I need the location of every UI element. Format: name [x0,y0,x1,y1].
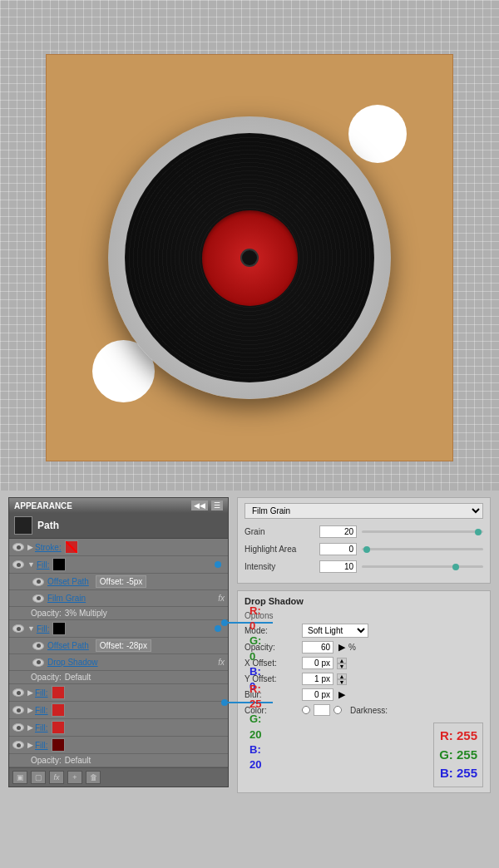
canvas-area [0,0,499,491]
grain-slider[interactable] [362,528,483,536]
drop-shadow-label[interactable]: Drop Shadow [47,658,98,667]
connector-line-2 [225,702,273,703]
fill4-label[interactable]: Fill: [35,706,48,715]
toolbar-new-layer-btn[interactable]: ▣ [12,771,27,784]
eye-icon-stroke[interactable] [12,543,24,551]
stroke-arrow-icon: ▶ [27,543,33,551]
rgb-float-2: R: 25 G: 20 B: 20 [250,682,261,772]
panel-titlebar: APPEARANCE ◀◀ ☰ [9,498,228,513]
eye-icon-offset1[interactable] [32,578,44,586]
ds-opacity-arrow[interactable]: ▶ [338,642,345,653]
fill6-label[interactable]: Fill: [35,741,48,750]
highlight-slider-track [362,548,483,550]
panel-menu-btn[interactable]: ☰ [211,501,223,510]
film-grain-dropdown[interactable]: Film Grain [245,503,483,519]
fill5-label[interactable]: Fill: [35,723,48,732]
offset-path-row-1: Offset Path Offset: -5px [9,574,228,590]
stroke-row: ▶ Stroke: [9,539,228,556]
ds-y-input[interactable] [302,673,333,685]
ds-y-up-btn[interactable]: ▲ [337,673,347,679]
ds-darkness-radio[interactable] [333,706,342,714]
grain-value-input[interactable] [319,525,357,538]
eye-icon-offset2[interactable] [32,642,44,650]
vinyl-center-hole [242,250,257,265]
drop-shadow-options-label: Options [245,611,483,620]
opacity-value-2: Default [65,673,91,682]
ds-g-value: G: 255 [439,746,477,765]
ds-blur-arrow[interactable]: ▶ [338,689,345,700]
ds-mode-select[interactable]: Soft Light [302,624,368,638]
opacity-label-3: Opacity: [31,756,62,765]
toolbar-trash-btn[interactable]: 🗑 [86,771,101,784]
fill-row-5: ▶ Fill: [9,719,228,737]
fill4-arrow-icon: ▶ [27,706,33,714]
fill5-swatch[interactable] [52,721,65,734]
highlight-slider[interactable] [362,545,483,554]
bottom-panels: APPEARANCE ◀◀ ☰ Path ▶ Stroke: [0,491,499,868]
eye-icon-fill1[interactable] [12,560,24,569]
stroke-swatch[interactable] [65,540,78,554]
panel-collapse-btn[interactable]: ◀◀ [191,501,208,510]
eye-icon-fill3[interactable] [12,688,24,697]
drop-shadow-row: Drop Shadow fx [9,654,228,671]
film-grain-row: Film Grain fx [9,590,228,607]
ds-r-value: R: 255 [439,727,477,746]
film-grain-label[interactable]: Film Grain [47,594,86,603]
grain-row: Grain [245,525,483,538]
grain-slider-thumb[interactable] [475,529,482,535]
fill3-arrow-icon: ▶ [27,688,33,697]
fill-row-3: ▶ Fill: [9,684,228,702]
opacity-row-2: Opacity: Default [9,671,228,684]
ds-x-input[interactable] [302,657,333,669]
ds-x-up-btn[interactable]: ▲ [337,658,347,663]
toolbar-rounded-btn[interactable]: ▢ [31,771,46,784]
eye-icon-fill2[interactable] [12,624,24,633]
eye-icon-film-grain[interactable] [32,594,44,603]
fill1-swatch[interactable] [52,558,66,571]
vinyl-card [46,54,453,461]
highlight-value-input[interactable] [319,543,357,555]
fill2-arrow-icon: ▼ [27,624,35,633]
fill5-arrow-icon: ▶ [27,723,33,732]
eye-icon-fill5[interactable] [12,723,24,732]
fill2-swatch[interactable] [52,622,66,635]
stroke-label[interactable]: Stroke: [35,543,62,552]
ds-color-swatch[interactable] [314,704,330,716]
fill2-connector-dot [215,625,221,632]
toolbar-fx-btn[interactable]: fx [49,771,64,784]
highlight-slider-thumb[interactable] [363,546,370,553]
rgb-float-1: R: 0 G: 0 B: 0 [250,604,261,694]
intensity-slider-thumb[interactable] [452,564,459,570]
ds-x-down-btn[interactable]: ▼ [337,663,347,669]
offset-value-1[interactable]: Offset: -5px [96,575,147,588]
toolbar-add-btn[interactable]: + [67,771,82,784]
intensity-slider[interactable] [362,563,483,571]
offset-value-2[interactable]: Offset: -28px [96,639,151,652]
film-grain-dropdown-row: Film Grain [245,503,483,519]
ds-y-down-btn[interactable]: ▼ [337,679,347,685]
ds-opacity-input[interactable] [302,641,333,653]
eye-icon-fill6[interactable] [12,741,24,749]
intensity-value-input[interactable] [319,560,357,573]
eye-icon-drop-shadow[interactable] [32,658,44,667]
fill4-swatch[interactable] [52,703,65,717]
fill6-swatch[interactable] [52,738,65,752]
opacity-label-2: Opacity: [31,673,62,682]
offset-path-label-2[interactable]: Offset Path [47,641,89,650]
ds-color-radio[interactable] [302,706,310,714]
right-panels: Film Grain Grain Highlight Area [237,497,491,861]
eye-icon-fill4[interactable] [12,706,24,714]
film-grain-panel: Film Grain Grain Highlight Area [237,497,491,584]
ds-color-row: Color: Darkness: [245,704,483,716]
ds-blur-input[interactable] [302,688,333,701]
vinyl-label [202,210,298,306]
ds-y-offset-row: Y Offset: ▲ ▼ [245,673,483,685]
fill3-swatch[interactable] [52,686,65,699]
offset-path-label-1[interactable]: Offset Path [47,577,89,586]
grain-label: Grain [245,527,319,536]
fill2-label[interactable]: Fill: [37,624,50,634]
panel-title-controls: ◀◀ ☰ [191,501,223,510]
fill6-arrow-icon: ▶ [27,741,33,749]
fill3-label[interactable]: Fill: [35,688,48,698]
fill1-label[interactable]: Fill: [37,560,50,570]
